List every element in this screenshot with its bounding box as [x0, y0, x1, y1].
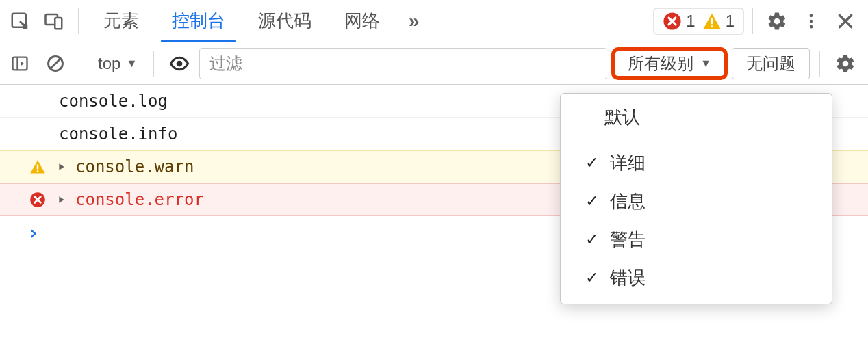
divider — [78, 8, 79, 34]
svg-rect-2 — [55, 18, 62, 29]
level-menu-warning[interactable]: ✓ 警告 — [561, 220, 832, 258]
gear-icon — [767, 11, 787, 31]
divider — [752, 8, 753, 34]
svg-rect-5 — [711, 25, 713, 27]
console-toolbar: top ▼ 所有级别 ▼ 无问题 — [0, 42, 868, 85]
warning-status: 1 — [702, 12, 735, 31]
issues-button-label: 无问题 — [746, 53, 795, 75]
tab-label: 元素 — [103, 9, 139, 33]
warning-count: 1 — [726, 12, 735, 31]
close-icon — [835, 11, 856, 31]
issues-status-pill[interactable]: 1 1 — [653, 8, 744, 35]
svg-point-7 — [810, 19, 813, 23]
log-level-filter-button[interactable]: 所有级别 ▼ — [611, 47, 728, 80]
check-icon: ✓ — [584, 268, 600, 287]
menu-item-label: 详细 — [610, 151, 646, 175]
toggle-sidebar-button[interactable] — [4, 48, 36, 79]
check-icon: ✓ — [584, 230, 600, 249]
chevron-down-icon: ▼ — [700, 57, 711, 70]
check-icon: ✓ — [584, 153, 600, 172]
sidebar-icon — [10, 54, 29, 73]
tab-console[interactable]: 控制台 — [155, 0, 242, 42]
message-text: console.info — [27, 124, 177, 144]
level-menu-default[interactable]: 默认 — [561, 98, 832, 136]
eye-icon — [169, 53, 190, 74]
more-menu-button[interactable] — [795, 5, 827, 37]
chevron-down-icon: ▼ — [126, 57, 137, 70]
toggle-device-toolbar-button[interactable] — [38, 5, 70, 37]
tab-label: 网络 — [344, 9, 380, 33]
close-devtools-button[interactable] — [830, 5, 861, 37]
svg-rect-12 — [37, 164, 38, 169]
svg-rect-9 — [13, 57, 27, 70]
context-label: top — [98, 54, 120, 73]
svg-point-6 — [810, 14, 813, 17]
menu-item-label: 默认 — [604, 105, 640, 129]
message-text: console.warn — [75, 157, 194, 176]
live-expression-button[interactable] — [164, 48, 195, 79]
prompt-glyph: › — [27, 222, 39, 244]
check-icon: ✓ — [584, 191, 600, 211]
svg-point-11 — [177, 60, 183, 66]
tab-elements[interactable]: 元素 — [87, 0, 155, 42]
tabs-overflow-button[interactable]: » — [399, 10, 429, 32]
console-filter-input[interactable] — [199, 48, 607, 79]
svg-point-8 — [810, 25, 813, 28]
svg-rect-4 — [711, 18, 713, 23]
level-menu-info[interactable]: ✓ 信息 — [561, 182, 832, 220]
devtools-tabbar: 元素 控制台 源代码 网络 » 1 1 — [0, 0, 868, 42]
menu-item-label: 错误 — [610, 266, 646, 290]
console-settings-button[interactable] — [830, 48, 861, 79]
error-icon — [27, 191, 48, 208]
gear-icon — [835, 53, 856, 74]
divider — [81, 51, 81, 77]
settings-button[interactable] — [761, 5, 793, 37]
divider — [819, 51, 820, 77]
level-menu-verbose[interactable]: ✓ 详细 — [561, 144, 832, 182]
error-icon — [663, 12, 682, 31]
panel-tabs: 元素 控制台 源代码 网络 — [87, 0, 396, 42]
kebab-icon — [802, 12, 821, 31]
svg-rect-13 — [37, 170, 38, 172]
execution-context-select[interactable]: top ▼ — [91, 51, 144, 76]
menu-item-label: 警告 — [610, 228, 646, 252]
issues-button[interactable]: 无问题 — [732, 48, 810, 79]
log-level-menu: 默认 ✓ 详细 ✓ 信息 ✓ 警告 ✓ 错误 — [560, 93, 832, 304]
tab-label: 源代码 — [258, 9, 311, 33]
divider — [153, 51, 154, 77]
message-text: console.error — [75, 190, 204, 209]
menu-item-label: 信息 — [610, 189, 646, 213]
error-count: 1 — [686, 12, 695, 31]
message-text: console.log — [27, 92, 168, 111]
tab-network[interactable]: 网络 — [328, 0, 396, 42]
overflow-glyph: » — [409, 10, 420, 32]
tab-label: 控制台 — [172, 9, 225, 33]
expand-toggle[interactable] — [56, 163, 67, 171]
warning-icon — [27, 159, 48, 175]
level-button-label: 所有级别 — [628, 53, 693, 75]
tab-sources[interactable]: 源代码 — [242, 0, 328, 42]
clear-icon — [46, 54, 65, 73]
error-status: 1 — [663, 12, 695, 31]
warning-icon — [702, 12, 722, 31]
inspect-element-button[interactable] — [4, 5, 36, 37]
clear-console-button[interactable] — [40, 48, 71, 79]
expand-toggle[interactable] — [56, 196, 67, 204]
level-menu-error[interactable]: ✓ 错误 — [561, 258, 832, 297]
menu-separator — [573, 139, 819, 139]
